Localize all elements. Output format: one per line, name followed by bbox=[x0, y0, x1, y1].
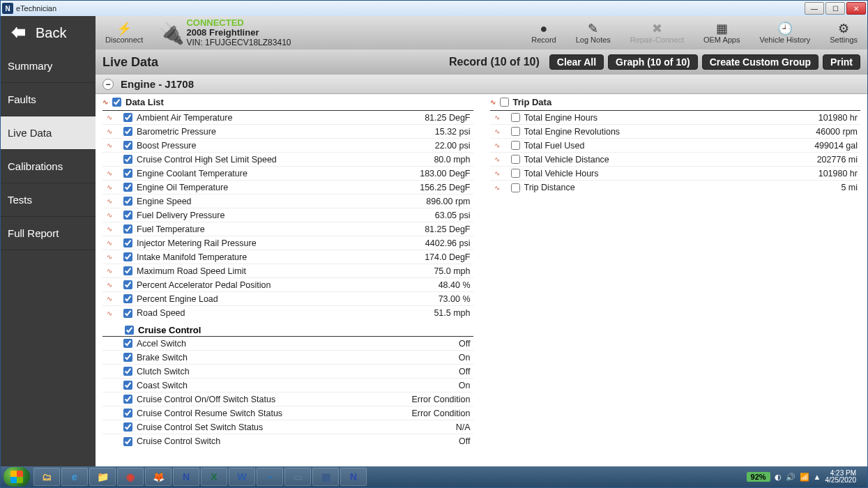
graph-icon[interactable]: ∿ bbox=[494, 142, 500, 149]
row-checkbox[interactable] bbox=[123, 294, 132, 303]
row-checkbox[interactable] bbox=[123, 141, 132, 150]
sidebar-item-calibrations[interactable]: Calibrations bbox=[1, 150, 96, 183]
graph-icon[interactable]: ∿ bbox=[107, 114, 112, 121]
graph-icon[interactable]: ∿ bbox=[494, 169, 500, 177]
row-checkbox[interactable] bbox=[123, 252, 132, 261]
row-checkbox[interactable] bbox=[123, 280, 132, 289]
taskbar-app-excel[interactable]: X bbox=[201, 468, 227, 486]
graph-icon[interactable]: ∿ bbox=[107, 281, 112, 289]
system-tray[interactable]: 92% ◐ 🔊 📶 ▲ 4:23 PM 4/25/2020 bbox=[741, 470, 865, 484]
row-checkbox[interactable] bbox=[123, 155, 132, 164]
graph-icon[interactable]: ∿ bbox=[107, 128, 112, 135]
row-checkbox[interactable] bbox=[123, 309, 132, 318]
row-label: Cruise Control Set Switch Status bbox=[137, 422, 456, 432]
taskbar-app-word[interactable]: W bbox=[229, 468, 255, 486]
log-notes-button[interactable]: ✎Log Notes bbox=[566, 16, 620, 49]
live-data-area: ∿ Data List ∿Ambient Air Temperature81.2… bbox=[96, 94, 867, 466]
row-checkbox[interactable] bbox=[123, 183, 132, 192]
taskbar-app-explorer[interactable]: 🗂 bbox=[33, 468, 60, 486]
row-checkbox[interactable] bbox=[123, 127, 132, 136]
sidebar-item-faults[interactable]: Faults bbox=[1, 83, 96, 116]
graph-icon[interactable]: ∿ bbox=[107, 142, 112, 149]
row-value: On bbox=[459, 353, 473, 363]
graph-icon[interactable]: ∿ bbox=[107, 211, 112, 219]
sidebar-item-tests[interactable]: Tests bbox=[1, 183, 96, 217]
taskbar-app-chrome[interactable]: ◉ bbox=[117, 468, 144, 486]
graph-icon[interactable]: ∿ bbox=[107, 169, 112, 177]
taskbar-app-nexiq1[interactable]: N bbox=[173, 468, 199, 486]
disconnect-button[interactable]: ⚡ Disconnect bbox=[96, 16, 153, 49]
back-button[interactable]: 🡄 Back bbox=[1, 16, 96, 49]
graph-icon[interactable]: ∿ bbox=[494, 184, 500, 192]
row-checkbox[interactable] bbox=[511, 127, 520, 136]
maximize-button[interactable]: ☐ bbox=[825, 2, 845, 15]
row-checkbox[interactable] bbox=[123, 211, 132, 220]
sidebar-item-summary[interactable]: Summary bbox=[1, 49, 96, 83]
row-checkbox[interactable] bbox=[123, 437, 132, 446]
taskbar-app-app2[interactable]: ▦ bbox=[312, 468, 339, 486]
clock-date: 4/25/2020 bbox=[825, 477, 857, 484]
row-checkbox[interactable] bbox=[123, 113, 132, 122]
close-button[interactable]: ✕ bbox=[846, 2, 866, 15]
clear-all-button[interactable]: Clear All bbox=[549, 54, 604, 70]
sidebar-item-live-data[interactable]: Live Data bbox=[1, 116, 96, 150]
row-checkbox[interactable] bbox=[511, 113, 520, 122]
data-row: ∿Fuel Temperature81.25 DegF bbox=[102, 222, 473, 236]
cruise-control-master-checkbox[interactable] bbox=[125, 326, 134, 335]
row-checkbox[interactable] bbox=[123, 197, 132, 206]
row-checkbox[interactable] bbox=[123, 409, 132, 418]
row-checkbox[interactable] bbox=[123, 169, 132, 178]
taskbar-app-nexiq2[interactable]: N bbox=[340, 468, 367, 486]
os-taskbar: 🗂e📁◉🦊NXW↔▭▦N 92% ◐ 🔊 📶 ▲ 4:23 PM 4/25/20… bbox=[1, 466, 867, 487]
row-value: 4402.96 psi bbox=[425, 238, 473, 248]
row-checkbox[interactable] bbox=[511, 169, 520, 178]
minimize-button[interactable]: — bbox=[805, 2, 824, 15]
taskbar-app-ie[interactable]: e bbox=[61, 468, 88, 486]
row-checkbox[interactable] bbox=[123, 339, 132, 348]
row-label: Ambient Air Temperature bbox=[137, 113, 425, 123]
sidebar-item-full-report[interactable]: Full Report bbox=[1, 217, 96, 250]
row-checkbox[interactable] bbox=[123, 353, 132, 362]
taskbar-app-app1[interactable]: ▭ bbox=[284, 468, 311, 486]
vehicle-history-button[interactable]: 🕘Vehicle History bbox=[749, 16, 820, 49]
graph-icon[interactable]: ∿ bbox=[107, 253, 112, 261]
graph-button[interactable]: Graph (10 of 10) bbox=[608, 54, 698, 70]
taskbar-app-firefox[interactable]: 🦊 bbox=[145, 468, 172, 486]
row-checkbox[interactable] bbox=[123, 381, 132, 390]
graph-icon[interactable]: ∿ bbox=[494, 128, 500, 135]
repair-connect-icon: ✖ bbox=[648, 22, 665, 36]
oem-apps-button[interactable]: ▦OEM Apps bbox=[694, 16, 750, 49]
taskbar-app-files[interactable]: 📁 bbox=[89, 468, 116, 486]
graph-icon[interactable]: ∿ bbox=[107, 225, 112, 233]
graph-icon[interactable]: ∿ bbox=[107, 197, 112, 205]
row-checkbox[interactable] bbox=[511, 183, 520, 192]
row-value: 46000 rpm bbox=[816, 127, 860, 137]
trip-data-master-checkbox[interactable] bbox=[500, 98, 509, 107]
row-label: Percent Engine Load bbox=[137, 294, 439, 304]
row-checkbox[interactable] bbox=[511, 141, 520, 150]
graph-icon[interactable]: ∿ bbox=[494, 114, 500, 121]
create-custom-group-button[interactable]: Create Custom Group bbox=[702, 54, 818, 70]
data-row: ∿Total Vehicle Distance202776 mi bbox=[490, 153, 861, 167]
row-checkbox[interactable] bbox=[123, 367, 132, 376]
row-checkbox[interactable] bbox=[123, 395, 132, 404]
graph-icon[interactable]: ∿ bbox=[494, 155, 500, 163]
collapse-toggle-icon[interactable]: − bbox=[102, 79, 114, 90]
graph-icon[interactable]: ∿ bbox=[107, 267, 112, 275]
row-checkbox[interactable] bbox=[123, 224, 132, 234]
graph-icon[interactable]: ∿ bbox=[107, 310, 112, 317]
print-button[interactable]: Print bbox=[823, 54, 860, 70]
graph-icon[interactable]: ∿ bbox=[107, 295, 112, 303]
data-list-master-checkbox[interactable] bbox=[112, 98, 121, 107]
taskbar-app-teamviewer[interactable]: ↔ bbox=[257, 468, 283, 486]
data-row: Clutch SwitchOff bbox=[102, 365, 473, 379]
record-button[interactable]: ●Record bbox=[521, 16, 565, 49]
graph-icon[interactable]: ∿ bbox=[107, 239, 112, 247]
graph-icon[interactable]: ∿ bbox=[107, 183, 112, 191]
settings-button[interactable]: ⚙Settings bbox=[820, 16, 867, 49]
row-checkbox[interactable] bbox=[511, 155, 520, 164]
row-checkbox[interactable] bbox=[123, 266, 132, 275]
row-checkbox[interactable] bbox=[123, 422, 132, 432]
row-checkbox[interactable] bbox=[123, 238, 132, 247]
start-button[interactable] bbox=[3, 467, 30, 487]
